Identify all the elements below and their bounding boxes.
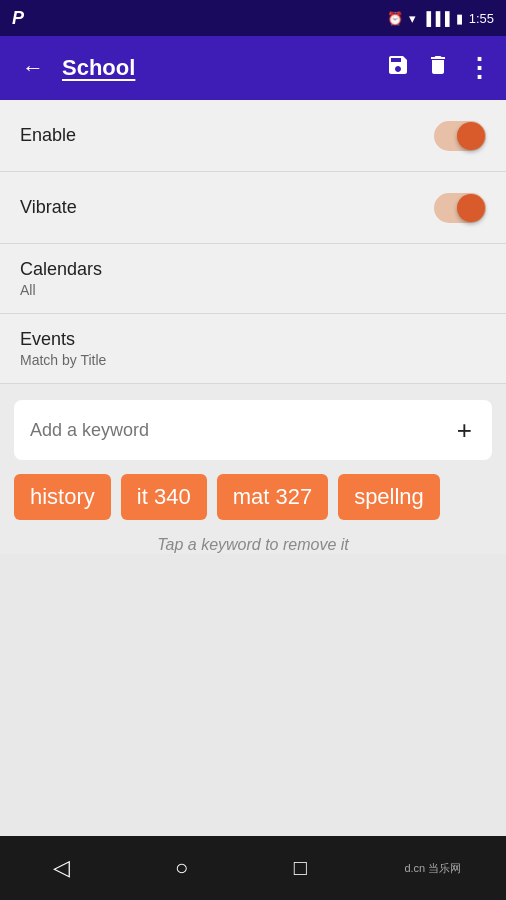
events-text-block: Events Match by Title: [20, 329, 106, 368]
more-options-button[interactable]: ⋮: [466, 53, 492, 84]
battery-icon: ▮: [456, 11, 463, 26]
status-bar: P ⏰ ▾ ▐▐▐ ▮ 1:55: [0, 0, 506, 36]
wifi-icon: ▾: [409, 11, 416, 26]
status-bar-right: ⏰ ▾ ▐▐▐ ▮ 1:55: [387, 11, 494, 26]
nav-home-button[interactable]: ○: [167, 847, 196, 889]
vibrate-toggle-knob: [457, 194, 485, 222]
toolbar-actions: ⋮: [386, 53, 492, 84]
keyword-input[interactable]: [30, 420, 453, 441]
events-value: Match by Title: [20, 352, 106, 368]
enable-setting-row: Enable: [0, 100, 506, 172]
vibrate-setting-row: Vibrate: [0, 172, 506, 244]
save-button[interactable]: [386, 53, 410, 83]
app-status-icon: P: [12, 8, 24, 29]
alarm-icon: ⏰: [387, 11, 403, 26]
events-setting-row[interactable]: Events Match by Title: [0, 314, 506, 384]
keyword-chip-it340[interactable]: it 340: [121, 474, 207, 520]
nav-back-button[interactable]: ◁: [45, 847, 78, 889]
vibrate-toggle[interactable]: [434, 193, 486, 223]
enable-toggle[interactable]: [434, 121, 486, 151]
back-button[interactable]: ←: [14, 47, 52, 89]
nav-menu-button[interactable]: □: [286, 847, 315, 889]
keywords-section: + history it 340 mat 327 spellng Tap a k…: [14, 400, 492, 554]
keywords-container: history it 340 mat 327 spellng: [14, 474, 492, 520]
dangbei-text: d.cn 当乐网: [404, 861, 461, 876]
enable-label: Enable: [20, 125, 76, 146]
delete-button[interactable]: [426, 53, 450, 83]
enable-toggle-knob: [457, 122, 485, 150]
keyword-add-button[interactable]: +: [453, 413, 476, 447]
calendars-setting-row[interactable]: Calendars All: [0, 244, 506, 314]
status-bar-left: P: [12, 8, 24, 29]
calendars-value: All: [20, 282, 102, 298]
keyword-chip-spellng[interactable]: spellng: [338, 474, 440, 520]
dangbei-logo: d.cn 当乐网: [404, 861, 461, 876]
content-area: Enable Vibrate Calendars All Events Matc…: [0, 100, 506, 554]
time-display: 1:55: [469, 11, 494, 26]
signal-icon: ▐▐▐: [422, 11, 450, 26]
keyword-chip-mat327[interactable]: mat 327: [217, 474, 329, 520]
keyword-hint: Tap a keyword to remove it: [14, 536, 492, 554]
keyword-chip-history[interactable]: history: [14, 474, 111, 520]
keyword-input-row: +: [14, 400, 492, 460]
calendars-text-block: Calendars All: [20, 259, 102, 298]
events-label: Events: [20, 329, 106, 350]
page-title: School: [62, 55, 376, 81]
bottom-nav-bar: ◁ ○ □ d.cn 当乐网: [0, 836, 506, 900]
calendars-label: Calendars: [20, 259, 102, 280]
toolbar: ← School ⋮: [0, 36, 506, 100]
vibrate-label: Vibrate: [20, 197, 77, 218]
